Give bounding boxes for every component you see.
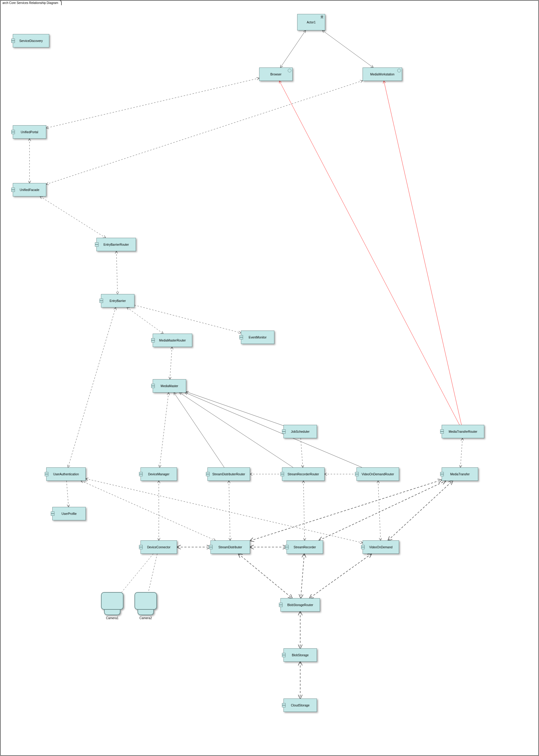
entryBarrierRouter-label: EntryBarrierRouter [104,243,129,246]
userProfile-node: UserProfile [52,507,86,520]
component-icon [139,545,143,550]
edge-jobScheduler-mediaMaster [186,392,283,426]
browser-node: Browser [259,68,293,81]
edge-streamRecorder-mediaTransfer [319,481,446,540]
mediaTransfer-node: MediaTransfer [442,467,478,481]
component-icon [209,545,213,550]
component-icon [239,335,243,340]
edge-userAuthentication-userProfile [67,481,69,507]
eventMonitor-label: EventMonitor [249,336,267,339]
userAuthentication-label: UserAuthentication [53,473,79,476]
streamRecorder-label: StreamRecorder [293,546,316,549]
edge-mediaMaster-streamRecorderRouter [180,393,293,467]
edge-mediaMaster-deviceManager [160,393,169,467]
component-icon [45,472,48,477]
unifiedPortal-node: UnifiedPortal [13,125,46,139]
camera1-screen [101,592,123,610]
camera2-label: Camera2 [139,616,152,620]
streamRecorder-node: StreamRecorder [286,540,323,554]
component-icon [151,383,155,388]
jobScheduler-node: JobScheduler [283,425,317,438]
edge-videoOnDemand-mediaTransfer [388,481,453,540]
actor1-label: Actor1 [307,21,316,24]
component-icon [206,472,209,477]
mediaTransfer-label: MediaTransfer [450,473,470,476]
blobStorageRouter-node: BlobStorageRouter [280,598,320,612]
edge-mediaMasterRouter-mediaMaster [170,347,172,379]
camera1-label: Camera1 [106,616,118,620]
component-icon [139,472,143,477]
camera2-base [137,610,154,615]
component-icon [285,545,289,550]
edge-mediaTransferRouter-mediaTransfer [461,438,463,467]
deviceManager-node: DeviceManager [140,467,177,481]
actor-icon: 옷 [320,15,324,19]
mediaWorkstation-node: MediaWorkstation [362,68,402,81]
edge-mediaMaster-streamDistributerRouter [174,393,224,467]
unifiedFacade-node: UnifiedFacade [13,183,46,196]
component-icon [95,242,99,247]
entryBarrier-label: EntryBarrier [110,299,126,303]
interface-icon [288,69,291,72]
serviceDiscovery-label: ServiceDiscovery [19,39,42,42]
edge-streamRecorder-blobStorageRouter [301,554,304,598]
edge-mediaWorkstation-mediaTransferRouter [384,81,461,425]
videoOnDemand-label: VideoOnDemand [369,546,393,549]
edge-entryBarrier-mediaMasterRouter [127,308,163,334]
deviceConnector-node: DeviceConnector [140,540,177,554]
component-icon [280,472,284,477]
edge-entryBarrierRouter-entryBarrier [116,251,118,294]
mediaMasterRouter-label: MediaMasterRouter [159,339,186,342]
edge-deviceConnector-camera1 [122,554,153,592]
edge-actor1-mediaWorkstation [322,31,373,68]
edge-streamDistributerRouter-streamDistributer [229,481,230,540]
edge-mediaMaster-videoOnDemandRouter [185,393,362,467]
videoOnDemandRouter-node: VideoOnDemandRouter [356,467,399,481]
camera2-screen [134,592,157,610]
edges-layer [1,1,538,755]
actor1-node: Actor1옷 [297,14,325,31]
mediaMaster-label: MediaMaster [161,384,178,388]
edge-userAuthentication-streamDistributer [81,481,215,540]
userProfile-label: UserProfile [61,512,76,515]
browser-label: Browser [270,73,282,76]
edge-streamDistributer-mediaTransfer [250,480,442,541]
mediaMaster-node: MediaMaster [153,379,186,393]
deviceConnector-label: DeviceConnector [147,546,171,549]
component-icon [279,602,282,607]
eventMonitor-node: EventMonitor [241,330,274,344]
streamDistributerRouter-node: StreamDistributerRouter [207,467,250,481]
blobStorage-label: BlobStorage [292,653,308,657]
edge-videoOnDemand-blobStorageRouter [310,554,372,598]
blobStorage-node: BlobStorage [283,648,317,662]
component-icon [440,472,444,477]
jobScheduler-label: JobScheduler [291,430,309,433]
cloudStorage-node: CloudStorage [283,699,317,712]
component-icon [282,703,286,708]
userAuthentication-node: UserAuthentication [46,467,86,481]
streamDistributer-label: StreamDistributer [218,546,242,549]
serviceDiscovery-node: ServiceDiscovery [13,34,49,47]
unifiedPortal-label: UnifiedPortal [21,130,38,134]
edge-jobScheduler-streamRecorderRouter [301,438,303,467]
component-icon [151,338,155,343]
cloudStorage-label: CloudStorage [291,704,309,707]
mediaTransferRouter-node: MediaTransferRouter [442,425,484,438]
edge-browser-unifiedPortal [46,78,259,128]
component-icon [282,653,286,657]
edge-deviceConnector-camera2 [148,554,157,592]
edge-userAuthentication-videoOnDemand [86,479,362,543]
blobStorageRouter-label: BlobStorageRouter [287,603,313,607]
videoOnDemandRouter-label: VideoOnDemandRouter [362,473,394,476]
mediaWorkstation-label: MediaWorkstation [370,73,395,76]
component-icon [51,511,54,516]
edge-streamDistributer-blobStorageRouter [239,554,292,598]
entryBarrierRouter-node: EntryBarrierRouter [97,238,136,251]
camera2-device: Camera2 [134,592,157,620]
component-icon [11,38,15,43]
videoOnDemand-node: VideoOnDemand [362,540,399,554]
deviceManager-label: DeviceManager [148,473,169,476]
camera1-device: Camera1 [101,592,123,620]
component-icon [440,429,444,434]
streamDistributer-node: StreamDistributer [210,540,250,554]
